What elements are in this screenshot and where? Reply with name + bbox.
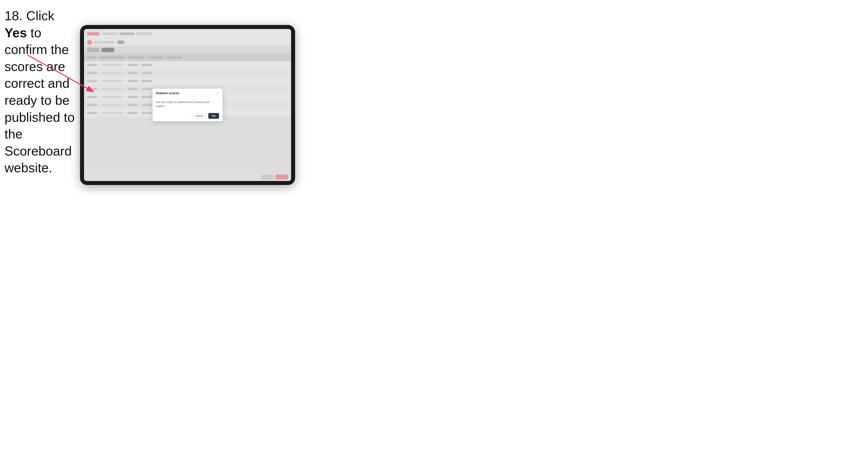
step-number: 18. bbox=[4, 8, 23, 23]
cancel-button[interactable]: Cancel bbox=[192, 113, 206, 119]
instruction-click: Click bbox=[23, 8, 54, 23]
modal-message: Are you ready to publish these scores to… bbox=[156, 100, 219, 108]
yes-word: Yes bbox=[4, 26, 27, 40]
yes-button[interactable]: Yes bbox=[208, 113, 219, 119]
modal-overlay: Publish scores × Are you ready to publis… bbox=[84, 29, 291, 181]
instruction-rest: to confirm the scores are correct and re… bbox=[4, 26, 74, 175]
modal-close-icon[interactable]: × bbox=[217, 92, 219, 95]
publish-scores-modal: Publish scores × Are you ready to publis… bbox=[153, 89, 223, 121]
modal-body: Are you ready to publish these scores to… bbox=[153, 97, 223, 111]
instruction-text: 18. Click Yes to confirm the scores are … bbox=[4, 7, 77, 177]
modal-header: Publish scores × bbox=[153, 89, 223, 97]
modal-footer: Cancel Yes bbox=[153, 111, 223, 121]
tablet-screen: Publish scores × Are you ready to publis… bbox=[84, 29, 291, 181]
tablet-frame: Publish scores × Are you ready to publis… bbox=[80, 25, 295, 185]
modal-title: Publish scores bbox=[156, 91, 179, 95]
